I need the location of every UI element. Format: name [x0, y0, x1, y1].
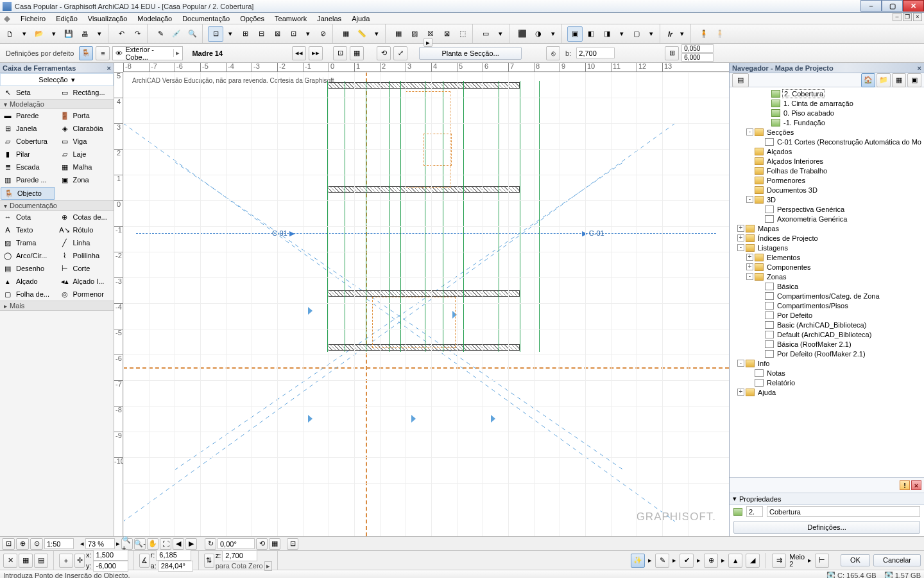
window-close-button[interactable]: ✕	[903, 0, 924, 12]
tree-item[interactable]: Pormenores	[730, 175, 924, 185]
more-section[interactable]: ▸ Mais	[0, 301, 114, 311]
pan-button[interactable]: ✋	[147, 538, 158, 550]
canvas[interactable]: ArchiCAD Versão Educação, não para reven…	[123, 72, 729, 536]
app-menu-icon[interactable]: ◆	[3, 13, 15, 24]
tool-level[interactable]: ⊕Cotas de...	[57, 211, 114, 223]
prop-id-field[interactable]: 2.	[746, 506, 763, 517]
snap4-button[interactable]: ⊠	[270, 26, 285, 42]
close-icon[interactable]: ×	[918, 64, 921, 72]
origin-button[interactable]: ✕	[3, 554, 17, 568]
roof-opt-button[interactable]: ▲	[728, 554, 742, 568]
snap1-button[interactable]: ⊡	[208, 26, 223, 42]
warn-button[interactable]: !	[900, 480, 910, 490]
tool-column[interactable]: ▮Pilar	[0, 148, 57, 161]
fit-button[interactable]: ⛶	[160, 538, 171, 550]
tree-item[interactable]: 0. Piso acabado	[730, 108, 924, 118]
tool-dim[interactable]: ↔Cota	[0, 211, 57, 223]
trace-button[interactable]: ▭	[478, 26, 493, 42]
tool-detail[interactable]: ◎Pormenor	[57, 288, 114, 301]
grid-button[interactable]: ▦	[19, 554, 33, 568]
tool-fill[interactable]: ▨Trama	[0, 236, 57, 249]
new-button[interactable]: 🗋	[2, 26, 17, 42]
orient-button[interactable]: ⊕	[16, 538, 29, 550]
undo-button[interactable]: ↶	[114, 26, 129, 42]
tree-item[interactable]: +Índices de Projecto	[730, 233, 924, 243]
tool-zone[interactable]: ▣Zona	[57, 173, 114, 186]
navigator-tree[interactable]: 2. Cobertura1. Cinta de amarração0. Piso…	[730, 87, 924, 478]
menu-options[interactable]: Opções	[235, 14, 270, 23]
zoom-right-icon[interactable]: ▸	[116, 539, 120, 548]
tool-roof[interactable]: ▱Cobertura	[0, 135, 57, 148]
new-dd[interactable]: ▾	[18, 26, 31, 42]
z-dd[interactable]: ▸	[264, 561, 272, 571]
trace-dd[interactable]: ▾	[494, 26, 507, 42]
offset-button[interactable]: ⇉	[772, 554, 786, 568]
tree-item[interactable]: Básica	[730, 281, 924, 291]
view-opt-button[interactable]: ▦	[269, 538, 280, 550]
text-ir[interactable]: Ir	[665, 26, 675, 42]
scale-field[interactable]: 1:50	[44, 538, 74, 549]
tool-slab[interactable]: ▱Laje	[57, 148, 114, 161]
nav-next-button[interactable]: ▸▸	[309, 46, 323, 60]
favorites-button[interactable]: ⊡	[333, 46, 347, 60]
opt4-button[interactable]: ⊠	[439, 26, 454, 42]
definitions-button[interactable]: Definições...	[733, 521, 920, 534]
model-section[interactable]: ▾ Modelação	[0, 99, 114, 109]
tree-item[interactable]: Notas	[730, 368, 924, 378]
menu-windows[interactable]: Janelas	[312, 14, 346, 23]
menu-edit[interactable]: Edição	[51, 14, 83, 23]
tree-item[interactable]: +Elementos	[730, 252, 924, 262]
close-icon[interactable]: ×	[107, 64, 111, 72]
snaps-dd[interactable]: ▾	[302, 26, 314, 42]
tree-item[interactable]: Default (ArchiCAD_Biblioteca)	[730, 329, 924, 339]
tool-arrow[interactable]: ↖Seta	[0, 86, 57, 99]
r-field[interactable]: 6,185	[156, 550, 191, 561]
tool-section[interactable]: ⊢Corte	[57, 262, 114, 275]
cancel-button[interactable]: Cancelar	[873, 554, 921, 566]
tree-item[interactable]: Básica (RoofMaker 2.1)	[730, 339, 924, 349]
doc-close-button[interactable]: ×	[913, 13, 922, 21]
opt8-dd[interactable]: ▾	[645, 26, 658, 42]
tree-item[interactable]: Compartimentos/Categ. de Zona	[730, 291, 924, 301]
tree-item[interactable]: -3D	[730, 195, 924, 204]
z-field[interactable]: 2,700	[222, 550, 257, 561]
ok-dd[interactable]: ▸	[697, 556, 701, 565]
extra-button[interactable]: ⊡	[287, 538, 298, 550]
scroll-right-icon[interactable]: ▸	[424, 38, 432, 47]
snap5-button[interactable]: ⊡	[286, 26, 301, 42]
layer-combo[interactable]: 👁 Exterior - Cobe... ▸	[112, 46, 183, 60]
opt1-button[interactable]: ▦	[391, 26, 406, 42]
opt2-button[interactable]: ▨	[407, 26, 422, 42]
nav-tab-publisher[interactable]: ▣	[907, 73, 921, 87]
mirror-button[interactable]: ⤢	[393, 46, 407, 60]
layers-button[interactable]: ▦	[338, 26, 354, 42]
menu-teamwork[interactable]: Teamwork	[270, 14, 312, 23]
size2-field[interactable]: 6,000	[681, 53, 714, 62]
tool-curtain[interactable]: ▥Parede ...	[0, 173, 57, 186]
opt7-dd[interactable]: ▾	[615, 26, 628, 42]
tree-item[interactable]: -Info	[730, 358, 924, 368]
meio-dd[interactable]: ▸	[808, 556, 812, 565]
size1-field[interactable]: 0,050	[681, 44, 714, 53]
zoom-left-icon[interactable]: ◂	[80, 539, 84, 548]
opt6-button[interactable]: ◧	[583, 26, 599, 42]
rotate-button[interactable]: ⟲	[377, 46, 391, 60]
gravity-dd[interactable]: ▸	[721, 556, 725, 565]
menu-file[interactable]: Ficheiro	[15, 14, 51, 23]
prop-name-field[interactable]: Cobertura	[767, 506, 920, 517]
tool-elevation[interactable]: ▴Alçado	[0, 275, 57, 288]
navigator-title[interactable]: Navegador - Mapa de Projecto ×	[730, 63, 924, 73]
anchor-button[interactable]: ⎋	[546, 46, 560, 60]
align-button[interactable]: ⊢	[815, 554, 829, 568]
person1-icon[interactable]: 🧍	[696, 26, 712, 42]
tool-marquee[interactable]: ▭Rectâng...	[57, 86, 114, 99]
selection-dropdown[interactable]: Selecção ▾	[0, 73, 114, 86]
wand-dd[interactable]: ▸	[648, 556, 652, 565]
open-dd[interactable]: ▾	[47, 26, 60, 42]
menu-view[interactable]: Visualização	[83, 14, 133, 23]
quick-opt-button[interactable]: ⊡	[2, 538, 15, 550]
doc-restore-button[interactable]: ❐	[903, 13, 912, 21]
tree-item[interactable]: Por Defeito	[730, 310, 924, 320]
tree-item[interactable]: Por Defeito (RoofMaker 2.1)	[730, 349, 924, 358]
nav-tab-project[interactable]: 🏠	[861, 73, 875, 87]
